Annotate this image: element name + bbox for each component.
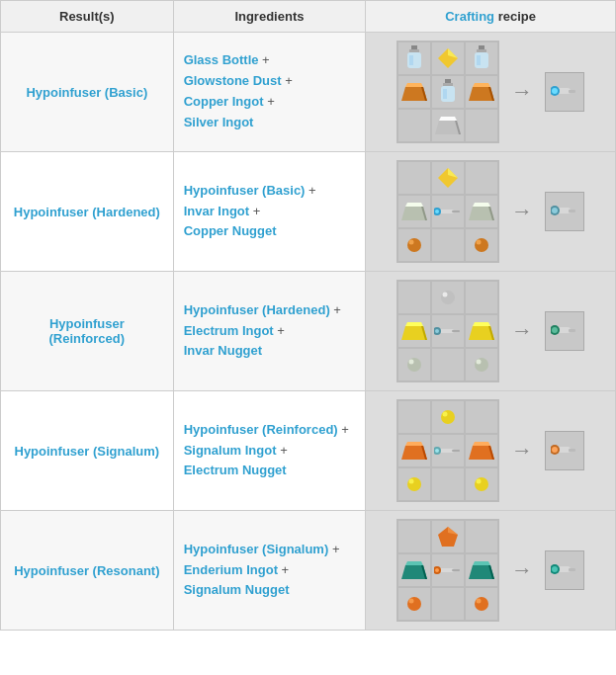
ingredient-link[interactable]: Invar Nugget <box>184 343 262 358</box>
svg-rect-64 <box>569 329 575 332</box>
ingredient-sep: + <box>264 94 275 109</box>
ingredient-link[interactable]: Signalum Nugget <box>184 582 290 597</box>
grid-cell-copper_nug <box>466 229 497 261</box>
result-link[interactable]: Hypoinfuser (Resonant) <box>14 563 159 578</box>
svg-point-68 <box>443 412 448 417</box>
result-link[interactable]: Hypoinfuser (Reinforced) <box>49 316 126 346</box>
ingredient-link[interactable]: Hypoinfuser (Signalum) <box>184 542 329 556</box>
ingredient-link[interactable]: Hypoinfuser (Reinforced) <box>184 422 338 437</box>
ingredient-link[interactable]: Enderium Ingot <box>184 562 278 577</box>
grid-cell-copper <box>466 76 497 108</box>
ingredients-cell: Hypoinfuser (Basic) +Invar Ingot +Copper… <box>173 152 366 272</box>
ingredient-link[interactable]: Hypoinfuser (Hardened) <box>184 302 330 317</box>
svg-marker-21 <box>439 117 457 121</box>
grid-cell-signalum <box>466 435 497 466</box>
grid-cell-sig_gem <box>432 521 464 552</box>
grid-cell-empty <box>432 588 464 620</box>
arrow-icon: → <box>511 318 533 344</box>
crafting-word: Crafting <box>445 9 494 24</box>
crafting-grid <box>396 41 499 143</box>
result-box <box>545 72 584 112</box>
grid-cell-bottle <box>466 42 497 74</box>
svg-rect-93 <box>452 569 460 571</box>
grid-cell-elec_nug2 <box>398 468 430 500</box>
svg-point-40 <box>409 240 414 245</box>
recipe-cell: → <box>366 391 616 511</box>
recipe-cell: → <box>366 33 616 152</box>
grid-cell-hypo <box>432 554 464 586</box>
ingredient-link[interactable]: Glowstone Dust <box>184 73 282 88</box>
svg-marker-77 <box>473 442 490 446</box>
svg-point-47 <box>441 291 455 304</box>
svg-point-102 <box>477 599 482 604</box>
svg-point-66 <box>552 327 558 333</box>
svg-point-35 <box>435 210 439 213</box>
svg-point-99 <box>407 597 421 611</box>
arrow-icon: → <box>511 79 533 105</box>
svg-point-59 <box>407 358 421 372</box>
ingredient-sep: + <box>274 323 285 338</box>
ingredient-link[interactable]: Electrum Nugget <box>184 463 287 477</box>
grid-cell-bottle <box>398 42 430 74</box>
ingredient-link[interactable]: Signalum Ingot <box>184 443 277 458</box>
crafting-grid <box>396 160 499 263</box>
result-link[interactable]: Hypoinfuser (Basic) <box>26 85 147 100</box>
svg-point-101 <box>475 597 488 611</box>
result-cell: Hypoinfuser (Reinforced) <box>1 272 174 391</box>
result-link[interactable]: Hypoinfuser (Hardened) <box>14 205 160 219</box>
svg-rect-33 <box>452 211 460 212</box>
svg-marker-18 <box>473 83 490 87</box>
table-row: Hypoinfuser (Signalum) Hypoinfuser (Rein… <box>1 391 616 511</box>
result-cell: Hypoinfuser (Hardened) <box>1 152 174 272</box>
grid-cell-empty <box>466 110 497 141</box>
grid-cell-empty <box>466 282 497 313</box>
svg-point-81 <box>475 477 488 491</box>
ingredient-link[interactable]: Invar Ingot <box>184 204 249 218</box>
ingredient-link[interactable]: Copper Ingot <box>184 94 264 109</box>
arrow-icon: → <box>511 438 533 464</box>
svg-rect-44 <box>569 210 575 212</box>
ingredient-link[interactable]: Hypoinfuser (Basic) <box>184 183 306 198</box>
svg-marker-57 <box>473 322 490 326</box>
col-results-header: Result(s) <box>1 1 174 33</box>
grid-cell-bottle <box>432 76 464 108</box>
crafting-area: → <box>374 280 607 382</box>
recipe-cell: → <box>366 152 616 272</box>
svg-marker-11 <box>405 83 423 87</box>
grid-cell-hypo <box>432 196 464 227</box>
grid-cell-electrum <box>466 315 497 347</box>
ingredient-link[interactable]: Glass Bottle <box>184 52 259 67</box>
svg-rect-9 <box>477 55 481 65</box>
grid-cell-hypo <box>432 315 464 347</box>
svg-point-67 <box>441 410 455 424</box>
svg-marker-97 <box>473 561 490 565</box>
svg-rect-104 <box>569 568 575 571</box>
ingredient-sep: + <box>338 422 349 437</box>
table-row: Hypoinfuser (Reinforced) Hypoinfuser (Ha… <box>1 272 616 391</box>
arrow-icon: → <box>511 199 533 224</box>
grid-cell-sig_nug <box>466 588 497 620</box>
ingredient-link[interactable]: Electrum Ingot <box>184 323 274 338</box>
grid-cell-empty <box>398 162 430 194</box>
svg-point-46 <box>552 208 558 213</box>
result-link[interactable]: Hypoinfuser (Signalum) <box>15 444 160 459</box>
ingredient-link[interactable]: Copper Nugget <box>184 223 277 238</box>
ingredient-sep: + <box>249 204 260 218</box>
grid-cell-enderium <box>398 554 430 586</box>
grid-cell-elec_nug2 <box>466 468 497 500</box>
ingredient-sep: + <box>305 183 315 198</box>
grid-cell-glowstone_nug <box>432 162 464 194</box>
grid-cell-empty <box>432 468 464 500</box>
svg-point-42 <box>477 240 482 245</box>
svg-marker-70 <box>405 442 423 446</box>
result-box <box>545 550 584 590</box>
ingredient-link[interactable]: Silver Ingot <box>184 115 254 129</box>
grid-cell-elec_nug <box>432 401 464 433</box>
ingredients-cell: Hypoinfuser (Hardened) +Electrum Ingot +… <box>173 272 366 391</box>
crafting-grid <box>396 280 499 382</box>
svg-rect-14 <box>443 83 453 86</box>
grid-cell-empty <box>466 162 497 194</box>
svg-point-62 <box>477 360 482 365</box>
crafting-area: → <box>374 41 607 143</box>
svg-point-60 <box>409 360 414 365</box>
